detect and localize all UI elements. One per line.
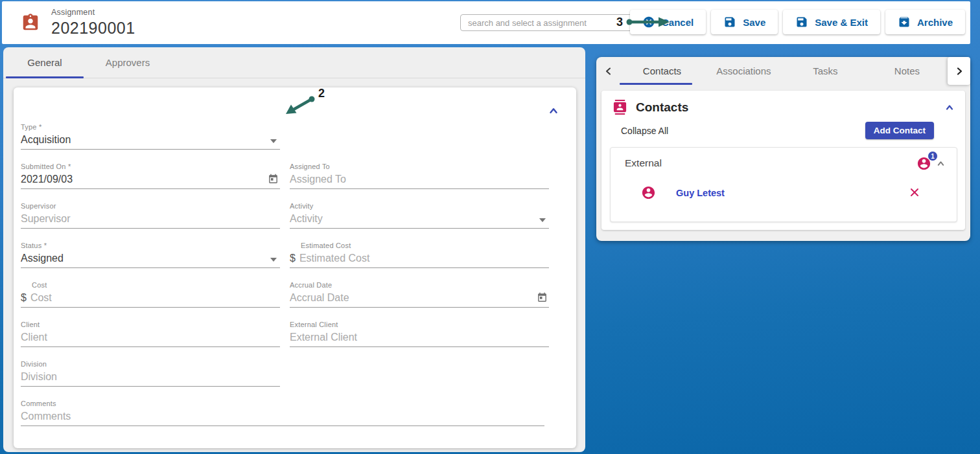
form-card: Type * Acquisition Submitted On * 2021/0… bbox=[14, 87, 576, 448]
entity-info: Assignment 202190001 bbox=[51, 8, 135, 38]
cost-input[interactable]: $ Cost bbox=[21, 290, 280, 308]
cancel-icon bbox=[642, 16, 655, 28]
estimated-cost-input[interactable]: $ Estimated Cost bbox=[290, 251, 549, 268]
field-division-label: Division bbox=[21, 360, 280, 369]
client-input[interactable]: Client bbox=[21, 330, 280, 347]
field-assigned-to-label: Assigned To bbox=[290, 163, 549, 172]
contacts-title: Contacts bbox=[636, 100, 688, 115]
add-contact-button[interactable]: Add Contact bbox=[865, 122, 934, 139]
currency-prefix: $ bbox=[21, 292, 27, 304]
field-accrual-date-label: Accrual Date bbox=[290, 281, 549, 290]
field-submitted-on: Submitted On * 2021/09/03 bbox=[21, 163, 280, 189]
archive-icon bbox=[898, 16, 911, 28]
field-client-label: Client bbox=[21, 321, 280, 330]
type-select[interactable]: Acquisition bbox=[21, 132, 280, 150]
dropdown-arrow-icon bbox=[270, 139, 277, 143]
contacts-toolbar: Collapse All Add Contact bbox=[601, 115, 965, 139]
cancel-button[interactable]: Cancel bbox=[630, 10, 706, 34]
collapse-contacts-chevron-up-icon[interactable] bbox=[944, 102, 955, 113]
field-external-client-label: External Client bbox=[290, 321, 549, 330]
field-estimated-cost: Estimated Cost $ Estimated Cost bbox=[290, 242, 549, 268]
submitted-on-input[interactable]: 2021/09/03 bbox=[21, 172, 280, 189]
tab-contacts-label: Contacts bbox=[643, 65, 681, 76]
save-exit-button[interactable]: Save & Exit bbox=[783, 10, 880, 34]
tab-associations[interactable]: Associations bbox=[703, 57, 784, 85]
tab-approvers-label: Approvers bbox=[106, 57, 150, 68]
activity-select[interactable]: Activity bbox=[290, 211, 549, 229]
archive-button[interactable]: Archive bbox=[885, 10, 965, 34]
collapse-group-chevron-up-icon[interactable] bbox=[936, 159, 946, 168]
tab-approvers[interactable]: Approvers bbox=[86, 47, 169, 78]
main-panel: General Approvers Type * Acquisition Sub… bbox=[3, 47, 585, 452]
dropdown-arrow-icon bbox=[270, 258, 277, 262]
save-icon bbox=[723, 16, 736, 28]
supervisor-placeholder: Supervisor bbox=[21, 213, 70, 225]
search-input[interactable] bbox=[460, 14, 635, 31]
field-type-label: Type * bbox=[21, 123, 280, 132]
assigned-to-placeholder: Assigned To bbox=[290, 174, 346, 185]
save-button-label: Save bbox=[743, 17, 765, 28]
assigned-to-input[interactable]: Assigned To bbox=[290, 172, 549, 189]
side-panel: Contacts Associations Tasks Notes Contac… bbox=[596, 57, 970, 241]
grid-spacer bbox=[290, 360, 549, 387]
tabs-scroll-left-button[interactable] bbox=[596, 57, 621, 85]
contacts-header: Contacts bbox=[601, 91, 965, 115]
calendar-icon[interactable] bbox=[537, 292, 548, 303]
main-tabbar: General Approvers bbox=[3, 47, 585, 78]
tab-notes-label: Notes bbox=[894, 65, 920, 76]
field-cost-label: Cost bbox=[21, 281, 280, 290]
tab-general-label: General bbox=[27, 57, 62, 68]
chevron-left-icon bbox=[603, 66, 614, 76]
field-division: Division Division bbox=[21, 360, 280, 387]
tab-contacts[interactable]: Contacts bbox=[621, 57, 703, 85]
collapse-form-chevron-up-icon[interactable] bbox=[548, 105, 559, 117]
save-icon bbox=[795, 16, 808, 28]
group-person-icon: 1 bbox=[916, 156, 931, 171]
tab-notes[interactable]: Notes bbox=[866, 57, 948, 85]
type-value: Acquisition bbox=[21, 134, 71, 146]
status-select[interactable]: Assigned bbox=[21, 251, 280, 268]
header-actions: Cancel Save Save & Exit Archive bbox=[630, 10, 965, 34]
tab-associations-label: Associations bbox=[716, 65, 771, 76]
contact-group-name: External bbox=[625, 157, 662, 169]
remove-contact-close-icon[interactable] bbox=[909, 187, 920, 198]
field-assigned-to: Assigned To Assigned To bbox=[290, 163, 549, 189]
field-external-client: External Client External Client bbox=[290, 321, 549, 347]
status-value: Assigned bbox=[21, 253, 64, 264]
field-activity: Activity Activity bbox=[290, 202, 549, 229]
accrual-date-placeholder: Accrual Date bbox=[290, 292, 349, 304]
side-tabbar: Contacts Associations Tasks Notes bbox=[596, 57, 970, 85]
external-client-input[interactable]: External Client bbox=[290, 330, 549, 347]
currency-prefix: $ bbox=[290, 253, 296, 264]
contact-name-link[interactable]: Guy Letest bbox=[676, 188, 725, 198]
tab-general[interactable]: General bbox=[3, 47, 86, 78]
division-placeholder: Division bbox=[21, 371, 57, 383]
field-cost: Cost $ Cost bbox=[21, 281, 280, 308]
accrual-date-input[interactable]: Accrual Date bbox=[290, 290, 549, 308]
external-client-placeholder: External Client bbox=[290, 332, 357, 343]
person-icon bbox=[641, 185, 656, 200]
field-supervisor-label: Supervisor bbox=[21, 202, 280, 211]
field-client: Client Client bbox=[21, 321, 280, 347]
entity-type-label: Assignment bbox=[51, 8, 135, 17]
division-input[interactable]: Division bbox=[21, 369, 280, 387]
client-placeholder: Client bbox=[21, 332, 47, 343]
tab-tasks-label: Tasks bbox=[813, 65, 837, 76]
supervisor-input[interactable]: Supervisor bbox=[21, 211, 280, 229]
save-button[interactable]: Save bbox=[711, 10, 778, 34]
form-grid: Type * Acquisition Submitted On * 2021/0… bbox=[21, 123, 549, 426]
collapse-all-button[interactable]: Collapse All bbox=[621, 126, 668, 136]
submitted-on-value: 2021/09/03 bbox=[21, 174, 73, 185]
tab-tasks[interactable]: Tasks bbox=[784, 57, 866, 85]
dropdown-arrow-icon bbox=[539, 218, 546, 222]
contact-list-item: Guy Letest bbox=[641, 185, 725, 200]
comments-input[interactable]: Comments bbox=[21, 409, 544, 426]
calendar-icon[interactable] bbox=[268, 174, 279, 185]
save-exit-button-label: Save & Exit bbox=[815, 17, 868, 28]
field-comments-label: Comments bbox=[21, 400, 544, 409]
tabs-scroll-right-button[interactable] bbox=[948, 57, 970, 85]
cost-placeholder: Cost bbox=[30, 292, 52, 304]
chevron-right-icon bbox=[954, 66, 964, 76]
field-supervisor: Supervisor Supervisor bbox=[21, 202, 280, 229]
estimated-cost-placeholder: Estimated Cost bbox=[299, 253, 369, 264]
